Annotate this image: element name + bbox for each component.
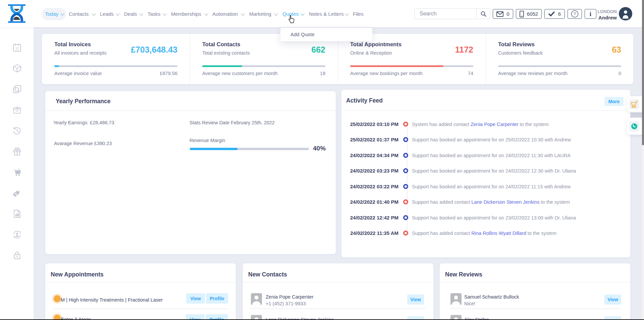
- svg-text:12: 12: [15, 47, 19, 51]
